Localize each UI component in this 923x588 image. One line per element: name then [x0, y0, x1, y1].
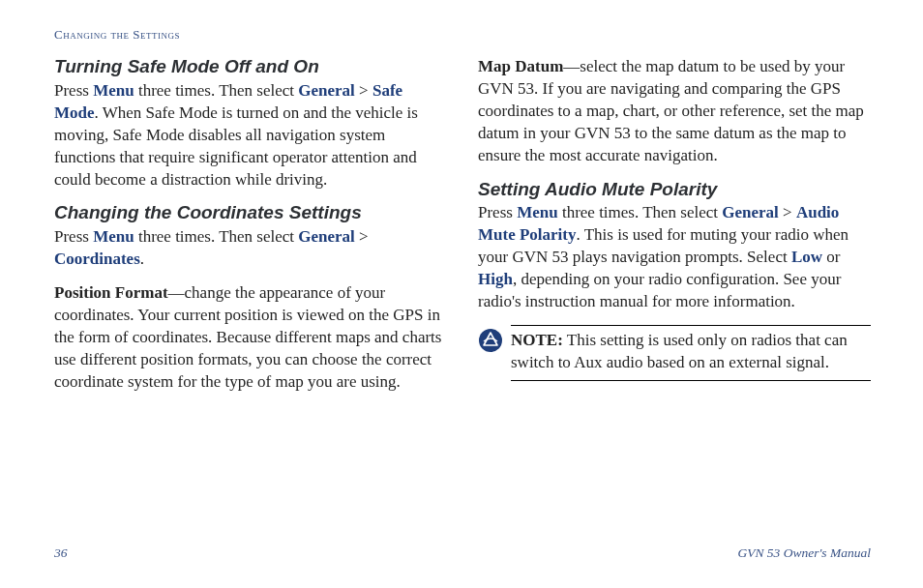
- page-number: 36: [54, 545, 68, 561]
- two-column-layout: Turning Safe Mode Off and On Press Menu …: [54, 48, 871, 538]
- key-high: High: [478, 270, 513, 288]
- manual-title: GVN 53 Owner's Manual: [737, 545, 871, 561]
- text: Press: [478, 203, 517, 221]
- key-coordinates: Coordinates: [54, 250, 140, 268]
- lead-position-format: Position Format: [54, 283, 168, 302]
- para-safe-mode: Press Menu three times. Then select Gene…: [54, 80, 447, 191]
- key-general: General: [298, 81, 355, 100]
- text: three times. Then select: [134, 81, 299, 100]
- text: or: [822, 248, 840, 266]
- key-general: General: [722, 203, 779, 221]
- lead-map-datum: Map Datum: [478, 57, 563, 75]
- heading-coordinates: Changing the Coordinates Settings: [54, 202, 447, 224]
- para-position-format: Position Format—change the appearance of…: [54, 282, 447, 394]
- text: three times. Then select: [558, 203, 723, 221]
- note-text: NOTE: This setting is used only on radio…: [511, 325, 871, 381]
- key-low: Low: [791, 248, 822, 266]
- para-map-datum: Map Datum—select the map datum to be use…: [478, 56, 871, 167]
- text: .: [140, 250, 144, 268]
- text: Press: [54, 81, 93, 100]
- note-label: NOTE:: [511, 331, 563, 349]
- text: >: [355, 81, 372, 100]
- key-general: General: [298, 227, 355, 246]
- para-coordinates-path: Press Menu three times. Then select Gene…: [54, 226, 447, 271]
- para-audio-mute: Press Menu three times. Then select Gene…: [478, 202, 871, 313]
- column-left: Turning Safe Mode Off and On Press Menu …: [54, 48, 447, 538]
- page-root: Changing the Settings Turning Safe Mode …: [0, 0, 923, 588]
- key-menu: Menu: [517, 203, 558, 221]
- note-icon: [478, 328, 503, 357]
- text: >: [355, 227, 369, 246]
- page-footer: 36 GVN 53 Owner's Manual: [54, 545, 871, 561]
- text: >: [779, 203, 796, 221]
- text: . When Safe Mode is turned on and the ve…: [54, 103, 418, 189]
- text: three times. Then select: [134, 227, 299, 246]
- key-menu: Menu: [93, 227, 134, 246]
- heading-audio-mute: Setting Audio Mute Polarity: [478, 179, 871, 201]
- text: , depending on your radio configuration.…: [478, 270, 841, 310]
- section-header: Changing the Settings: [54, 27, 871, 43]
- heading-safe-mode: Turning Safe Mode Off and On: [54, 56, 447, 78]
- key-menu: Menu: [93, 81, 134, 100]
- note-block: NOTE: This setting is used only on radio…: [478, 325, 871, 381]
- column-right: Map Datum—select the map datum to be use…: [478, 48, 871, 538]
- text: Press: [54, 227, 93, 246]
